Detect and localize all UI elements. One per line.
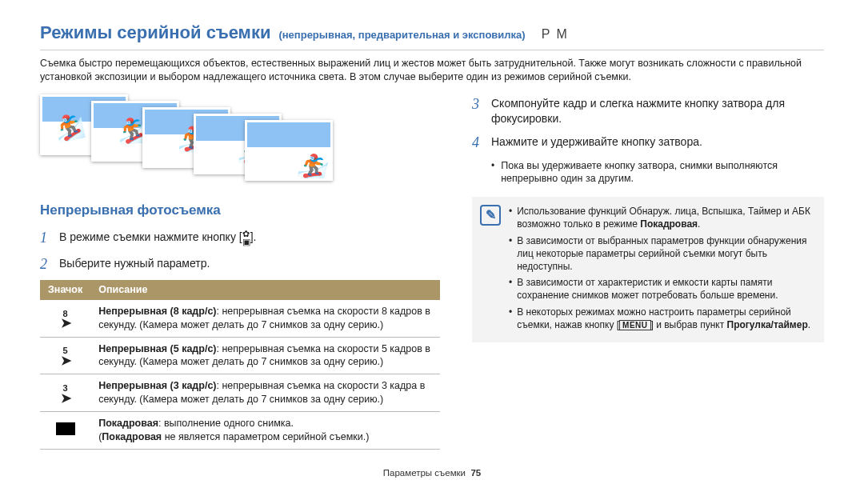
drive-icon: ✿▣ <box>242 230 250 246</box>
intro-text: Съемка быстро перемещающихся объектов, е… <box>40 57 824 84</box>
page-header: Режимы серийной съемки (непрерывная, пре… <box>40 21 824 50</box>
mode-indicator: P M <box>542 26 569 43</box>
step-2-text: Выберите нужный параметр. <box>59 254 210 274</box>
step-4: 4 Нажмите и удерживайте кнопку затвора. <box>472 133 824 152</box>
table-row: Покадровая: выполнение одного снимка. (П… <box>40 412 440 450</box>
section-heading: Непрерывная фотосъемка <box>40 202 440 220</box>
step-1: 1 В режиме съемки нажмите кнопку [✿▣]. <box>40 228 440 247</box>
mode-icon-3fps: 3➤ <box>40 374 90 412</box>
step-1-text: В режиме съемки нажмите кнопку [ <box>59 230 242 243</box>
table-row: 3➤ Непрерывная (3 кадр/с): непрерывная с… <box>40 374 440 412</box>
mode-icon-single <box>40 412 90 450</box>
step-2: 2 Выберите нужный параметр. <box>40 254 440 274</box>
step-4-text: Нажмите и удерживайте кнопку затвора. <box>491 133 702 152</box>
mode-icon-8fps: 8➤ <box>40 300 90 337</box>
th-desc: Описание <box>90 280 440 300</box>
step-3: 3 Скомпонуйте кадр и слегка нажмите кноп… <box>472 94 824 126</box>
mode-icon-5fps: 5➤ <box>40 337 90 374</box>
table-row: 8➤ Непрерывная (8 кадр/с): непрерывная с… <box>40 300 440 337</box>
page-footer: Параметры съемки 75 <box>40 467 824 480</box>
page-subtitle: (непрерывная, предварительная и эксповил… <box>278 28 525 42</box>
note-box: ✎ •Использование функций Обнаруж. лица, … <box>472 197 824 342</box>
step-3-text: Скомпонуйте кадр и слегка нажмите кнопку… <box>491 94 824 126</box>
page-title: Режимы серийной съемки <box>40 21 270 45</box>
modes-table: Значок Описание 8➤ Непрерывная (8 кадр/с… <box>40 280 440 450</box>
step-4-bullet: • Пока вы удерживаете кнопку затвора, сн… <box>491 159 824 186</box>
th-icon: Значок <box>40 280 90 300</box>
note-icon: ✎ <box>480 205 501 226</box>
menu-button-icon: MENU <box>619 320 650 330</box>
step-1-after: ]. <box>250 230 257 243</box>
burst-illustration: 🏂 🏂 🏂 🏂 🏂 <box>40 94 440 182</box>
table-row: 5➤ Непрерывная (5 кадр/с): непрерывная с… <box>40 337 440 374</box>
